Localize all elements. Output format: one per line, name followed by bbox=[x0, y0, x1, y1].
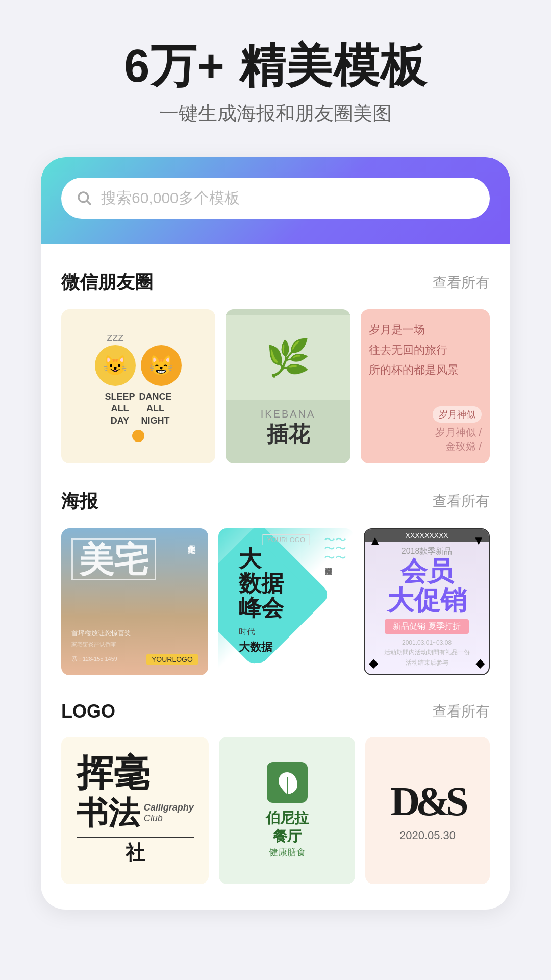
corner-br-deco: ◆ bbox=[475, 656, 485, 670]
ikebana-en-label: IKEBANA bbox=[261, 408, 316, 420]
poster3-main: 会员大促销 bbox=[387, 557, 467, 615]
poster1-contact: 系：128-155 1459 bbox=[71, 655, 117, 663]
leaf-logo-icon bbox=[267, 762, 308, 803]
poster1-spacer bbox=[71, 580, 198, 628]
poster-card-bigdata[interactable]: YOURLOGO 〜〜〜〜〜〜 引领科技潮流 大数据峰会 时代 bbox=[218, 528, 354, 675]
search-bar[interactable]: 搜索60,000多个模板 bbox=[61, 178, 490, 219]
wechat-card-poem[interactable]: 岁月是一场往去无回的旅行所的杯的都是风景 岁月神似 岁月神似 /金玫嫦 / bbox=[361, 309, 490, 463]
poem-text: 岁月是一场往去无回的旅行所的杯的都是风景 bbox=[369, 320, 482, 380]
svg-point-0 bbox=[79, 192, 88, 202]
hero-section: 6万+ 精美模板 一键生成海报和朋友圈美图 bbox=[124, 41, 427, 127]
poster3-promo-badge: 新品促销 夏季打折 bbox=[385, 619, 468, 634]
ikebana-cn-label: 插花 bbox=[261, 420, 316, 449]
wechat-template-grid: zzz 😺 zzz 😸 SLEEPALLDAY bbox=[61, 309, 490, 463]
calligraphy-club-cn: 社 bbox=[77, 837, 194, 866]
char-1-icon: 😺 bbox=[95, 345, 136, 386]
ikebana-image: 🌿 bbox=[226, 315, 350, 400]
calligraphy-club-text: Club bbox=[144, 813, 194, 824]
svg-line-1 bbox=[87, 201, 91, 204]
poem-author-name: 岁月神似 /金玫嫦 / bbox=[369, 426, 482, 453]
wechat-card-sleep-dance[interactable]: zzz 😺 zzz 😸 SLEEPALLDAY bbox=[61, 309, 215, 463]
ds-date: 2020.05.30 bbox=[399, 829, 456, 842]
poster-section: 海报 查看所有 美宅 尽美住宅宅向 首坪楼放让您惊喜奖 家宅窗炎严认倒审 bbox=[61, 489, 490, 675]
search-area: 搜索60,000多个模板 bbox=[41, 157, 510, 244]
hero-subtitle: 一键生成海报和朋友圈美图 bbox=[124, 101, 427, 127]
poster3-detail: 2001.03.01~03.08活动期間内活动期間有礼品一份活动结束后参与 bbox=[384, 638, 470, 668]
logo-card-calligraphy[interactable]: 挥毫 书法 Calligraphy Club 社 bbox=[61, 737, 209, 884]
search-placeholder: 搜索60,000多个模板 bbox=[101, 188, 240, 209]
sleep-dance-text: SLEEPALLDAY DANCEALLNIGHT bbox=[105, 391, 171, 427]
corner-bl-deco: ◆ bbox=[369, 656, 378, 670]
app-card: 搜索60,000多个模板 微信朋友圈 查看所有 zzz 😺 bbox=[41, 157, 510, 910]
page-wrapper: 6万+ 精美模板 一键生成海报和朋友圈美图 搜索60,000多个模板 微信朋友圈… bbox=[0, 0, 551, 980]
char-2-icon: 😸 bbox=[141, 345, 182, 386]
wechat-card-illustrations: zzz 😺 zzz 😸 bbox=[95, 331, 182, 386]
corner-tr-deco: ▼ bbox=[472, 533, 485, 548]
sleep-text: SLEEPALLDAY bbox=[105, 391, 135, 427]
dance-text: DANCEALLNIGHT bbox=[139, 391, 171, 427]
wechat-section-header: 微信朋友圈 查看所有 bbox=[61, 270, 490, 295]
logo-section-header: LOGO 查看所有 bbox=[61, 701, 490, 722]
content-area: 微信朋友圈 查看所有 zzz 😺 zzz 😸 bbox=[41, 270, 510, 910]
calligraphy-brush-char: 挥毫 bbox=[77, 755, 150, 792]
orange-dot bbox=[132, 430, 144, 442]
wechat-section-title: 微信朋友圈 bbox=[61, 270, 153, 295]
logo-card-restaurant[interactable]: 伯尼拉餐厅 健康膳食 bbox=[219, 737, 355, 884]
poster2-main-title: 大数据峰会 bbox=[239, 547, 333, 621]
poster2-yourlogo: YOURLOGO bbox=[262, 534, 310, 545]
logo-template-grid: 挥毫 书法 Calligraphy Club 社 bbox=[61, 737, 490, 884]
ikebana-text-area: IKEBANA 插花 bbox=[253, 400, 324, 457]
logo-card-ds[interactable]: D&S 2020.05.30 bbox=[365, 737, 490, 884]
hero-title: 6万+ 精美模板 bbox=[124, 41, 427, 91]
poem-author-badge: 岁月神似 bbox=[433, 406, 482, 423]
poster-template-grid: 美宅 尽美住宅宅向 首坪楼放让您惊喜奖 家宅窗炎严认倒审 系：128-155 1… bbox=[61, 528, 490, 675]
calligraphy-main-char: 书法 bbox=[77, 792, 140, 835]
poster-section-title: 海报 bbox=[61, 489, 98, 514]
wechat-card-ikebana[interactable]: 🌿 IKEBANA 插花 bbox=[226, 309, 350, 463]
calligraphy-en-block: Calligraphy Club bbox=[144, 802, 194, 824]
poster1-footer: 系：128-155 1459 YOURLOGO bbox=[71, 654, 198, 665]
calligraphy-en-row: 书法 Calligraphy Club bbox=[77, 792, 194, 835]
restaurant-sub-text: 健康膳食 bbox=[269, 846, 306, 859]
poster-card-realestate[interactable]: 美宅 尽美住宅宅向 首坪楼放让您惊喜奖 家宅窗炎严认倒审 系：128-155 1… bbox=[61, 528, 208, 675]
corner-tl-deco: ▲ bbox=[369, 533, 381, 548]
wechat-view-all[interactable]: 查看所有 bbox=[433, 273, 490, 292]
poster1-bottom-text: 首坪楼放让您惊喜奖 家宅窗炎严认倒审 bbox=[71, 628, 198, 650]
ds-letters: D&S bbox=[391, 778, 465, 825]
poster1-main-char: 美宅 bbox=[71, 538, 156, 580]
poem-author-area: 岁月神似 岁月神似 /金玫嫦 / bbox=[369, 406, 482, 453]
search-icon bbox=[77, 190, 93, 207]
wechat-section: 微信朋友圈 查看所有 zzz 😺 zzz 😸 bbox=[61, 270, 490, 463]
poster-section-header: 海报 查看所有 bbox=[61, 489, 490, 514]
poster3-year: 2018款季新品 bbox=[402, 546, 453, 557]
logo-section-title: LOGO bbox=[61, 701, 115, 722]
poster2-wave-deco: 〜〜〜〜〜〜 bbox=[324, 535, 346, 562]
poster1-logo: YOURLOGO bbox=[146, 654, 198, 665]
logo-view-all[interactable]: 查看所有 bbox=[433, 702, 490, 721]
poster2-badge: 大数据 bbox=[239, 640, 333, 655]
calligraphy-logo-content: 挥毫 书法 Calligraphy Club 社 bbox=[77, 755, 194, 866]
poster-card-member[interactable]: XXXXXXXXX ▲ ▼ 2018款季新品 会员大促销 新品促销 夏季打折 2… bbox=[364, 528, 490, 675]
restaurant-name-text: 伯尼拉餐厅 bbox=[266, 809, 309, 846]
poster-view-all[interactable]: 查看所有 bbox=[433, 492, 490, 511]
poster2-subtitle: 时代 bbox=[239, 627, 333, 638]
calligraphy-en-name: Calligraphy bbox=[144, 802, 194, 813]
poster3-top-bar: XXXXXXXXX bbox=[365, 529, 489, 542]
calligraphy-title-row: 挥毫 bbox=[77, 755, 194, 792]
logo-section: LOGO 查看所有 挥毫 书法 Calligra bbox=[61, 701, 490, 884]
poster1-top: 美宅 尽美住宅宅向 bbox=[71, 538, 198, 580]
